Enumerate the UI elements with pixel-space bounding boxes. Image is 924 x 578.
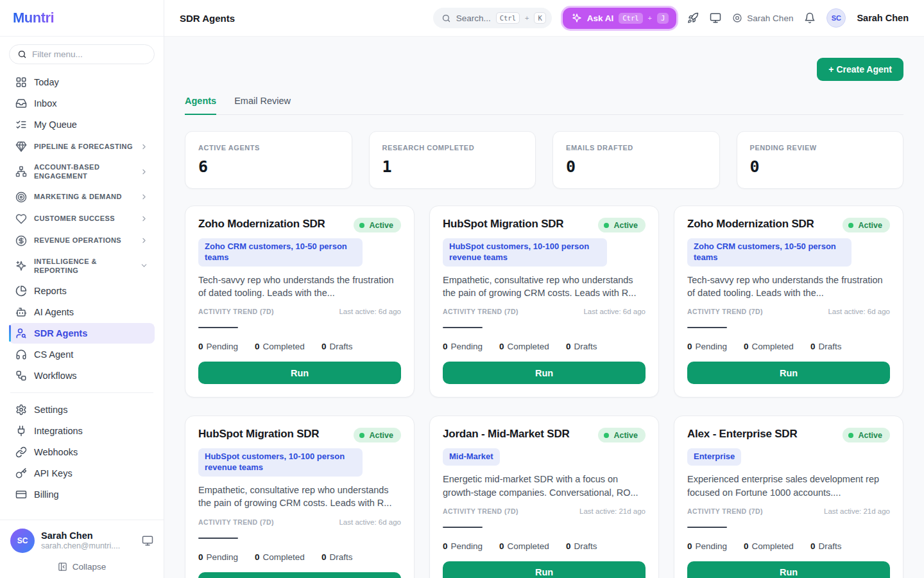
- sidebar-item-ai-agents[interactable]: AI Agents: [9, 302, 155, 322]
- sidebar-section-pipeline-forecasting[interactable]: PIPELINE & FORECASTING: [9, 136, 155, 157]
- status-dot-icon: [604, 433, 609, 438]
- drafts-counter: 0Drafts: [810, 342, 842, 351]
- status-badge: Active: [354, 428, 401, 442]
- monitor-icon[interactable]: [710, 12, 721, 24]
- agent-card-title: Alex - Enterprise SDR: [687, 428, 798, 441]
- plug-icon: [15, 425, 27, 437]
- sidebar-item-integrations[interactable]: Integrations: [9, 421, 155, 441]
- create-agent-button[interactable]: + Create Agent: [817, 58, 903, 81]
- chevron-right-icon: [140, 143, 148, 151]
- sparkles-icon: [15, 260, 27, 272]
- user-search-icon: [15, 328, 27, 339]
- drafts-counter: 0Drafts: [566, 541, 597, 551]
- stat-label: EMAILS DRAFTED: [566, 144, 706, 152]
- sidebar-item-billing[interactable]: Billing: [9, 484, 155, 505]
- sidebar-item-today[interactable]: Today: [9, 72, 155, 92]
- agent-card: Zoho Modernization SDR Active Zoho CRM c…: [185, 206, 415, 398]
- rocket-icon[interactable]: [687, 12, 699, 24]
- create-agent-row: + Create Agent: [185, 58, 903, 81]
- sidebar-item-label: Workflows: [34, 371, 77, 381]
- sidebar-item-my-queue[interactable]: My Queue: [9, 114, 155, 135]
- sidebar-item-label: My Queue: [34, 119, 77, 130]
- ask-ai-button[interactable]: Ask AI Ctrl + J: [563, 8, 677, 29]
- status-badge: Active: [354, 218, 401, 232]
- run-button[interactable]: Run: [198, 572, 401, 578]
- stats-row: ACTIVE AGENTS 6 RESEARCH COMPLETED 1 EMA…: [185, 131, 903, 189]
- pending-counter: 0Pending: [687, 541, 727, 551]
- agent-description: Tech-savvy rep who understands the frust…: [198, 274, 401, 300]
- section-label: CUSTOMER SUCCESS: [34, 214, 115, 223]
- drafts-counter: 0Drafts: [321, 552, 353, 562]
- sidebar-item-workflows[interactable]: Workflows: [9, 365, 155, 386]
- agent-segment-tag: HubSpot customers, 10-100 person revenue…: [198, 448, 363, 477]
- inbox-icon: [15, 98, 27, 109]
- viewing-as-indicator[interactable]: Sarah Chen: [732, 13, 793, 23]
- collapse-sidebar-button[interactable]: Collapse: [10, 562, 153, 572]
- notifications-button[interactable]: [804, 12, 816, 24]
- search-icon: [17, 49, 27, 59]
- agent-card-title: Jordan - Mid-Market SDR: [443, 428, 570, 441]
- stat-label: PENDING REVIEW: [750, 144, 891, 152]
- sidebar-item-webhooks[interactable]: Webhooks: [9, 442, 155, 462]
- avatar: SC: [10, 529, 35, 553]
- key-icon: [15, 468, 27, 479]
- agent-card-header: Zoho Modernization SDR Active: [687, 218, 890, 232]
- section-label: PIPELINE & FORECASTING: [34, 142, 133, 151]
- tab-agents[interactable]: Agents: [185, 96, 216, 115]
- run-button[interactable]: Run: [443, 561, 646, 578]
- sidebar-section-customer-success[interactable]: CUSTOMER SUCCESS: [9, 208, 155, 230]
- dollar-icon: [15, 235, 27, 247]
- top-bar-actions: Search... Ctrl + K Ask AI Ctrl + J Sarah…: [433, 8, 909, 29]
- activity-sparkline: [687, 327, 727, 328]
- tab-email-review[interactable]: Email Review: [234, 96, 291, 115]
- brand-logo: Muntri: [13, 10, 54, 26]
- sidebar-item-reports[interactable]: Reports: [9, 281, 155, 301]
- collapse-label: Collapse: [73, 562, 107, 572]
- bell-icon: [804, 12, 816, 24]
- agent-card: Zoho Modernization SDR Active Zoho CRM c…: [674, 206, 903, 398]
- sidebar-item-api-keys[interactable]: API Keys: [9, 463, 155, 484]
- sidebar-item-label: Webhooks: [34, 447, 78, 457]
- drafts-counter: 0Drafts: [810, 541, 842, 551]
- stat-value: 1: [382, 157, 523, 176]
- monitor-glyph: [710, 12, 721, 24]
- status-badge: Active: [843, 428, 890, 442]
- sidebar-item-cs-agent[interactable]: CS Agent: [9, 344, 155, 365]
- agent-card-header: HubSpot Migration SDR Active: [443, 218, 646, 232]
- stat-card-pending-review: PENDING REVIEW 0: [737, 131, 904, 189]
- gear-icon: [15, 404, 27, 416]
- panel-collapse-icon: [58, 562, 67, 572]
- run-button[interactable]: Run: [687, 561, 890, 578]
- gem-icon: [15, 141, 27, 152]
- run-button[interactable]: Run: [687, 362, 890, 384]
- avatar[interactable]: SC: [826, 8, 846, 28]
- filter-menu-input[interactable]: [32, 49, 146, 59]
- completed-counter: 0Completed: [499, 541, 549, 551]
- sidebar-item-label: Reports: [34, 286, 67, 296]
- sidebar-section-marketing-demand[interactable]: MARKETING & DEMAND: [9, 186, 155, 208]
- sidebar-section-revenue-operations[interactable]: REVENUE OPERATIONS: [9, 230, 155, 252]
- pie-chart-icon: [15, 285, 27, 297]
- user-name: Sarah Chen: [41, 530, 135, 541]
- kbd-plus: +: [525, 14, 529, 22]
- credit-card-icon: [15, 489, 27, 500]
- activity-trend-label: ACTIVITY TREND (7D): [198, 308, 274, 315]
- heart-icon: [15, 213, 27, 225]
- run-button[interactable]: Run: [198, 362, 401, 384]
- run-button[interactable]: Run: [443, 362, 646, 384]
- sidebar-user[interactable]: SC Sarah Chen sarah.chen@muntri....: [10, 529, 153, 553]
- agent-segment-tag: Enterprise: [687, 448, 741, 466]
- monitor-icon[interactable]: [142, 535, 153, 547]
- status-label: Active: [369, 221, 393, 230]
- sidebar-item-settings[interactable]: Settings: [9, 399, 155, 420]
- agent-card-header: HubSpot Migration SDR Active: [198, 428, 401, 442]
- sidebar-section-intelligence-reporting[interactable]: INTELLIGENCE & REPORTING: [9, 252, 155, 281]
- top-bar: SDR Agents Search... Ctrl + K Ask AI Ctr…: [164, 0, 924, 37]
- sidebar-item-inbox[interactable]: Inbox: [9, 93, 155, 114]
- sidebar-item-label: SDR Agents: [34, 328, 87, 338]
- agent-segment-tag: Zoho CRM customers, 10-50 person teams: [687, 238, 851, 267]
- sidebar-item-sdr-agents[interactable]: SDR Agents: [9, 323, 155, 344]
- network-icon: [15, 166, 27, 177]
- global-search-button[interactable]: Search... Ctrl + K: [433, 8, 552, 29]
- sidebar-section-account-based-engagement[interactable]: ACCOUNT-BASED ENGAGEMENT: [9, 157, 155, 186]
